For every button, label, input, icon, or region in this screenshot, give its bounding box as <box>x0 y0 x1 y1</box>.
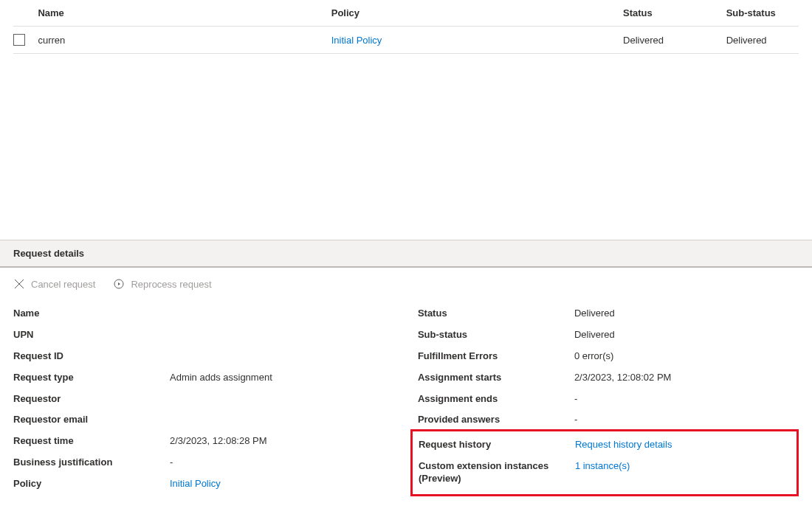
row-status: Delivered <box>623 35 726 46</box>
value-policy-link[interactable]: Initial Policy <box>170 478 221 489</box>
label-upn: UPN <box>13 329 170 341</box>
reprocess-icon <box>113 278 125 290</box>
value-name <box>170 308 418 320</box>
label-assignment-starts: Assignment starts <box>418 372 574 384</box>
value-substatus: Delivered <box>574 329 799 341</box>
row-substatus: Delivered <box>726 35 799 46</box>
label-requestor: Requestor <box>13 393 170 406</box>
value-requestor-email <box>170 414 418 426</box>
table-header: Name Policy Status Sub-status <box>13 0 799 27</box>
link-request-history-details[interactable]: Request history details <box>575 439 672 450</box>
value-fulfillment-errors: 0 error(s) <box>574 350 799 363</box>
header-substatus[interactable]: Sub-status <box>726 7 799 18</box>
cancel-request-button: Cancel request <box>13 278 95 290</box>
value-assignment-starts: 2/3/2023, 12:08:02 PM <box>574 372 799 384</box>
label-request-time: Request time <box>13 435 170 448</box>
link-extension-instances[interactable]: 1 instance(s) <box>575 460 630 471</box>
label-provided-answers: Provided answers <box>418 414 574 426</box>
reprocess-request-button: Reprocess request <box>113 278 211 290</box>
value-business-justification: - <box>170 457 418 469</box>
value-provided-answers: - <box>574 414 799 426</box>
label-custom-extension-instances: Custom extension instances (Preview) <box>419 460 575 485</box>
label-request-id: Request ID <box>13 350 170 363</box>
action-bar: Cancel request Reprocess request <box>0 268 812 299</box>
cancel-request-label: Cancel request <box>31 279 95 290</box>
value-request-id <box>170 350 418 363</box>
label-request-history: Request history <box>419 439 575 451</box>
close-icon <box>13 278 25 290</box>
label-assignment-ends: Assignment ends <box>418 393 574 406</box>
header-policy[interactable]: Policy <box>331 7 623 18</box>
label-request-type: Request type <box>13 372 170 384</box>
label-requestor-email: Requestor email <box>13 414 170 426</box>
reprocess-request-label: Reprocess request <box>131 279 211 290</box>
highlight-box: Request historyRequest history details C… <box>410 429 799 496</box>
value-request-type: Admin adds assignment <box>170 372 418 384</box>
row-policy-link[interactable]: Initial Policy <box>331 35 382 46</box>
label-business-justification: Business justification <box>13 457 170 469</box>
label-policy: Policy <box>13 478 170 490</box>
value-assignment-ends: - <box>574 393 799 406</box>
value-request-time: 2/3/2023, 12:08:28 PM <box>170 435 418 448</box>
label-substatus: Sub-status <box>418 329 574 341</box>
header-name[interactable]: Name <box>38 7 331 18</box>
details-panel-title: Request details <box>0 240 812 268</box>
value-upn <box>170 329 418 341</box>
label-status: Status <box>418 308 574 320</box>
label-fulfillment-errors: Fulfillment Errors <box>418 350 574 363</box>
row-name: curren <box>38 35 331 46</box>
label-name: Name <box>13 308 170 320</box>
value-status: Delivered <box>574 308 799 320</box>
header-status[interactable]: Status <box>623 7 726 18</box>
value-requestor <box>170 393 418 406</box>
row-checkbox[interactable] <box>13 34 25 46</box>
table-row[interactable]: curren Initial Policy Delivered Delivere… <box>13 27 799 54</box>
